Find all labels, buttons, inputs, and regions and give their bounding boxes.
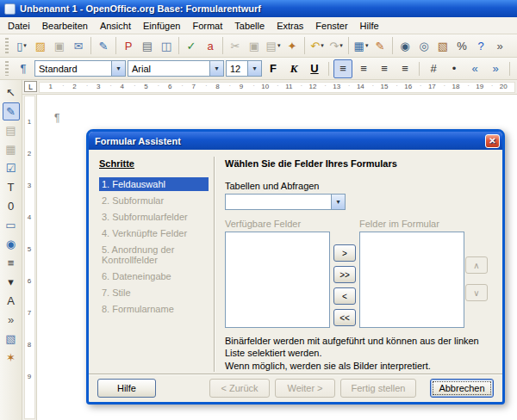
more-controls-icon[interactable]: » bbox=[3, 311, 20, 329]
page-preview-icon[interactable]: ◫ bbox=[157, 36, 176, 55]
export-pdf-icon[interactable]: P bbox=[119, 36, 138, 55]
available-fields-list[interactable] bbox=[225, 232, 330, 328]
underline-icon[interactable]: U bbox=[305, 59, 324, 78]
form-design-icon[interactable]: ▧ bbox=[3, 330, 20, 348]
find-replace-icon[interactable]: ◉ bbox=[396, 36, 414, 55]
select-icon[interactable]: ↖ bbox=[3, 83, 20, 102]
menu-fenster[interactable]: Fenster bbox=[309, 19, 353, 33]
design-mode-icon[interactable]: ✎ bbox=[3, 102, 20, 120]
copy-icon[interactable]: ▣ bbox=[245, 36, 264, 55]
tab-stop-selector[interactable]: L bbox=[24, 81, 37, 92]
dialog-title-bar[interactable]: Formular Assistent ✕ bbox=[89, 132, 502, 150]
menu-extras[interactable]: Extras bbox=[271, 19, 309, 33]
move-right-button[interactable]: > bbox=[333, 244, 356, 262]
title-bar[interactable]: Unbenannt 1 - OpenOffice.org Base: Formu… bbox=[0, 0, 517, 17]
combo-dropdown-icon[interactable]: ▾ bbox=[209, 61, 223, 76]
draw-functions-icon[interactable]: ✎ bbox=[371, 36, 389, 55]
menu-datei[interactable]: Datei bbox=[2, 19, 36, 33]
justify-icon[interactable]: ≡ bbox=[396, 59, 414, 78]
redo-icon[interactable]: ↷ ▾ bbox=[327, 36, 346, 55]
toolbar-separator bbox=[115, 37, 116, 54]
move-all-left-button[interactable]: << bbox=[333, 309, 356, 326]
text-box-icon[interactable]: T bbox=[3, 178, 20, 196]
decrease-indent-icon[interactable]: « bbox=[465, 59, 484, 78]
menu-bearbeiten[interactable]: Bearbeiten bbox=[36, 19, 94, 33]
step-2-subformular[interactable]: 2. Subformular bbox=[99, 194, 209, 207]
step-5-anordnung-der-kontrollfelder[interactable]: 5. Anordnung der Kontrollfelder bbox=[99, 243, 209, 267]
cut-icon[interactable]: ✂ bbox=[226, 36, 245, 55]
navigator-icon[interactable]: ◎ bbox=[414, 36, 433, 55]
horizontal-ruler[interactable]: L 1 2 3 4 5 6 7 bbox=[22, 80, 517, 95]
label-field-icon[interactable]: A bbox=[3, 292, 20, 310]
close-icon[interactable]: ✕ bbox=[485, 134, 500, 148]
numbered-list-icon[interactable]: # bbox=[424, 59, 443, 78]
combo-dropdown-icon[interactable]: ▾ bbox=[111, 61, 125, 76]
save-icon[interactable]: ▣ bbox=[50, 36, 69, 55]
help-icon[interactable]: ? bbox=[471, 36, 490, 55]
step-7-stile[interactable]: 7. Stile bbox=[99, 286, 209, 300]
combo-dropdown-icon[interactable]: ▾ bbox=[331, 195, 345, 209]
undo-icon[interactable]: ↶ ▾ bbox=[308, 36, 327, 55]
move-left-button[interactable]: < bbox=[333, 287, 356, 305]
step-6-dateneingabe[interactable]: 6. Dateneingabe bbox=[99, 269, 209, 283]
align-right-icon[interactable]: ≡ bbox=[375, 59, 394, 78]
edit-file-icon[interactable]: ✎ bbox=[94, 36, 113, 55]
table-icon[interactable]: ▦ ▾ bbox=[352, 36, 371, 55]
horizontal-ruler-track[interactable]: 1 2 3 4 5 6 7 8 bbox=[39, 82, 515, 93]
move-down-button[interactable]: ∨ bbox=[465, 284, 488, 301]
open-icon[interactable]: ▨ bbox=[31, 36, 50, 55]
combo-box-icon[interactable]: ▾ bbox=[3, 273, 20, 291]
email-icon[interactable]: ✉ bbox=[69, 36, 88, 55]
increase-indent-icon[interactable]: » bbox=[486, 59, 505, 78]
vertical-ruler-track[interactable]: 1 2 3 4 5 6 7 bbox=[24, 96, 35, 419]
menu-einfuegen[interactable]: Einfügen bbox=[137, 19, 186, 33]
step-8-formularname[interactable]: 8. Formularname bbox=[99, 302, 209, 316]
form-fields-list[interactable] bbox=[359, 232, 464, 328]
bold-icon[interactable]: F bbox=[264, 59, 283, 78]
tables-queries-select[interactable]: ▾ bbox=[225, 194, 346, 210]
autospellcheck-icon[interactable]: a bbox=[201, 36, 220, 55]
paragraph-style-select[interactable]: Standard ▾ bbox=[34, 60, 126, 77]
cancel-button[interactable]: Abbrechen bbox=[430, 379, 494, 398]
step-4-verknuepfte-felder[interactable]: 4. Verknüpfte Felder bbox=[99, 226, 209, 240]
list-box-icon[interactable]: ≡ bbox=[3, 254, 20, 272]
step-3-subformularfelder[interactable]: 3. Subformularfelder bbox=[99, 210, 209, 224]
next-button[interactable]: Weiter > bbox=[275, 379, 335, 398]
back-button[interactable]: < Zurück bbox=[209, 379, 270, 398]
menu-hilfe[interactable]: Hilfe bbox=[354, 19, 385, 33]
move-up-button[interactable]: ∧ bbox=[465, 256, 488, 274]
toolbar-grip[interactable] bbox=[5, 38, 9, 53]
check-box-icon[interactable]: ☑ bbox=[3, 159, 20, 177]
step-1-feldauswahl[interactable]: 1. Feldauswahl bbox=[99, 177, 209, 191]
help-button[interactable]: Hilfe bbox=[97, 379, 156, 398]
spellcheck-icon[interactable]: ✓ bbox=[182, 36, 201, 55]
format-paintbrush-icon[interactable]: ✦ bbox=[283, 36, 302, 55]
print-icon[interactable]: ▤ bbox=[138, 36, 157, 55]
finish-button[interactable]: Fertig stellen bbox=[340, 379, 416, 398]
italic-icon[interactable]: K bbox=[284, 59, 303, 78]
option-button-icon[interactable]: ◉ bbox=[3, 235, 20, 253]
form-properties-icon[interactable]: ▦ bbox=[3, 140, 20, 158]
align-left-icon[interactable]: ≡ bbox=[333, 59, 352, 78]
zoom-icon[interactable]: % bbox=[452, 36, 471, 55]
vertical-ruler[interactable]: 1 2 3 4 5 6 7 bbox=[22, 95, 37, 420]
gallery-icon[interactable]: ▧ bbox=[433, 36, 452, 55]
menu-tabelle[interactable]: Tabelle bbox=[228, 19, 271, 33]
font-name-select[interactable]: Arial ▾ bbox=[128, 60, 224, 77]
toolbar-overflow-icon[interactable]: » bbox=[490, 36, 509, 55]
toolbar-grip[interactable] bbox=[5, 61, 9, 77]
bullet-list-icon[interactable]: • bbox=[445, 59, 464, 78]
font-size-select[interactable]: 12 ▾ bbox=[226, 60, 262, 77]
menu-ansicht[interactable]: Ansicht bbox=[94, 19, 137, 33]
combo-dropdown-icon[interactable]: ▾ bbox=[247, 61, 261, 76]
new-document-icon[interactable]: ▯ ▾ bbox=[12, 36, 31, 55]
control-properties-icon[interactable]: ▤ bbox=[3, 121, 20, 139]
paste-icon[interactable]: ▤ ▾ bbox=[264, 36, 283, 55]
align-center-icon[interactable]: ≡ bbox=[354, 59, 373, 78]
formatted-field-icon[interactable]: 0 bbox=[3, 197, 20, 215]
menu-format[interactable]: Format bbox=[186, 19, 228, 33]
push-button-icon[interactable]: ▭ bbox=[3, 216, 20, 234]
wizard-icon[interactable]: ✶ bbox=[3, 349, 20, 367]
move-all-right-button[interactable]: >> bbox=[333, 266, 356, 283]
paragraph-styles-icon[interactable]: ¶ bbox=[14, 59, 33, 78]
